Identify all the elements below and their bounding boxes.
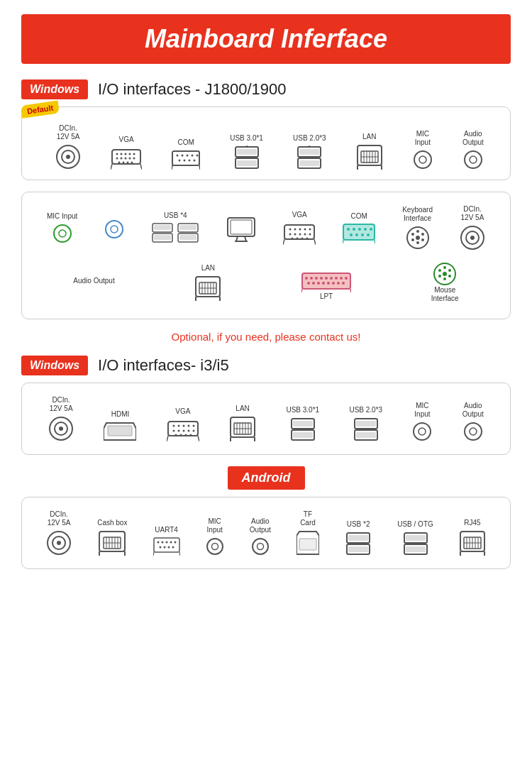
svg-rect-187 (293, 432, 313, 438)
port-usbotg: USB / OTG (397, 520, 433, 556)
svg-point-99 (370, 228, 372, 231)
dcin-icon-3 (48, 416, 74, 441)
svg-point-166 (177, 430, 179, 432)
port-usb4: USB *4 (151, 211, 199, 244)
svg-point-102 (361, 233, 364, 236)
hdmi-icon (104, 422, 136, 441)
svg-point-2 (66, 155, 70, 159)
port-vga-3: VGA (167, 407, 199, 441)
svg-rect-20 (172, 151, 199, 165)
svg-point-137 (307, 282, 310, 285)
svg-point-131 (320, 277, 323, 280)
svg-point-103 (367, 233, 370, 236)
port-usb30-1: USB 3.0*1 (230, 134, 263, 170)
port-lan-1: LAN (356, 133, 383, 170)
port-lan-3: LAN (229, 405, 256, 441)
section2-header: Windows I/O interfaces- i3/i5 (21, 356, 511, 375)
svg-point-136 (345, 277, 348, 280)
svg-point-162 (182, 425, 184, 427)
svg-rect-92 (343, 224, 375, 240)
svg-line-77 (314, 239, 316, 245)
port-vga-2: VGA (283, 211, 316, 245)
svg-point-133 (330, 277, 333, 280)
svg-point-31 (194, 160, 196, 162)
svg-point-106 (421, 233, 424, 236)
svg-point-148 (448, 275, 451, 277)
svg-point-90 (301, 238, 304, 240)
svg-point-138 (312, 282, 315, 285)
svg-point-169 (192, 430, 194, 432)
port-com-2: COM (343, 212, 375, 243)
svg-point-29 (184, 160, 186, 162)
svg-point-218 (163, 546, 165, 549)
port-uart4: UART4 (153, 526, 180, 556)
port-cashbox: Cash box (97, 519, 127, 556)
cashbox-icon (98, 530, 126, 556)
audio-icon (463, 150, 483, 170)
page: Mainboard Inferface Windows I/O interfac… (0, 0, 532, 595)
keyboard-icon (406, 226, 430, 250)
svg-point-28 (179, 160, 181, 162)
svg-point-111 (416, 236, 420, 240)
svg-point-8 (125, 153, 127, 155)
svg-rect-229 (348, 546, 368, 552)
svg-rect-191 (356, 432, 376, 438)
svg-point-12 (121, 158, 123, 160)
svg-point-88 (292, 238, 294, 240)
svg-point-78 (289, 229, 292, 231)
mic-icon-2 (52, 224, 72, 243)
usb2-android-icon (345, 532, 372, 556)
svg-rect-70 (228, 218, 255, 236)
port-mic-2: MIC Input (47, 212, 77, 243)
usb20-icon (296, 145, 323, 170)
interface-box-i3i5: DCIn.12V 5A HDMI VGA (21, 383, 511, 455)
port-mic-android: MICInput (206, 517, 224, 556)
svg-point-56 (465, 151, 482, 168)
svg-rect-41 (299, 160, 319, 166)
svg-point-150 (438, 275, 441, 277)
svg-point-84 (294, 233, 297, 236)
svg-line-73 (245, 236, 246, 241)
windows-badge-2: Windows (21, 356, 88, 375)
svg-line-21 (172, 165, 172, 170)
svg-point-107 (421, 238, 424, 241)
svg-point-23 (177, 155, 179, 157)
lan-icon-2 (194, 275, 221, 301)
port-rj45: RJ45 (459, 519, 486, 556)
svg-point-195 (470, 428, 477, 435)
svg-point-109 (411, 238, 414, 241)
svg-point-163 (187, 425, 189, 427)
audio-icon-android (251, 537, 270, 556)
optional-text: Optional, if you need, please contact us… (21, 331, 511, 343)
audio-icon-3 (463, 422, 483, 441)
vga-icon-3 (167, 419, 199, 441)
usbotg-icon (402, 532, 429, 556)
usb4a-icon (151, 223, 174, 244)
port-audio-3: AudioOutput (462, 402, 484, 441)
svg-line-5 (140, 164, 142, 170)
svg-point-192 (414, 423, 431, 440)
svg-point-91 (306, 238, 309, 240)
mic-icon (413, 150, 433, 170)
svg-point-165 (172, 430, 174, 432)
svg-rect-69 (179, 235, 196, 240)
usb4b-icon (177, 223, 199, 244)
mic-icon-android (206, 537, 224, 556)
lan-icon (356, 144, 383, 170)
svg-point-220 (172, 546, 174, 549)
svg-point-213 (161, 541, 163, 544)
port-dcin-3: DCIn.12V 5A (48, 396, 74, 441)
port-usb20-2: USB 2.0*3 (349, 406, 382, 441)
svg-point-27 (196, 155, 199, 157)
svg-point-142 (332, 282, 335, 285)
svg-point-14 (129, 158, 131, 160)
usb30-icon (233, 145, 260, 170)
svg-point-26 (192, 155, 194, 157)
svg-point-95 (347, 228, 350, 231)
port-lan-2: LAN (194, 264, 221, 301)
port-audio-out-2: Audio Output (73, 277, 114, 288)
svg-point-221 (207, 539, 223, 554)
port-keyboard: KeyboardInterface (402, 206, 433, 250)
port-com-1: COM (172, 138, 200, 170)
svg-rect-189 (356, 421, 376, 427)
